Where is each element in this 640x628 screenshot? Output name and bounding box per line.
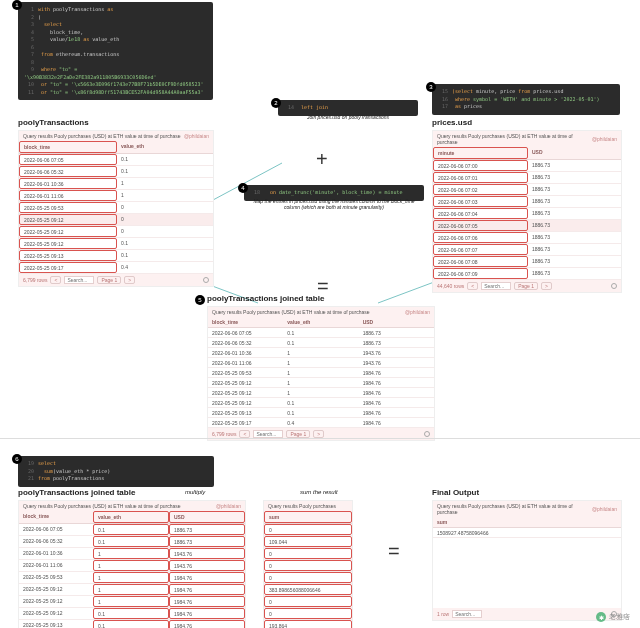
table-row: 2022-05-25 09:120.1	[19, 238, 213, 250]
table-row: 2022-06-01 11:0611943.76	[19, 560, 245, 572]
table-prices: Query results Pooly purchases (USD) at E…	[432, 130, 622, 293]
page-indicator[interactable]: Page 1	[286, 430, 310, 438]
table-row: 0	[264, 548, 352, 560]
title-pooly: poolyTransactions	[18, 118, 89, 127]
search-input[interactable]	[253, 430, 283, 438]
table-row: 2022-06-06 05:320.11886.73	[19, 536, 245, 548]
table-row: 2022-05-25 09:120.11984.76	[19, 608, 245, 620]
table-sum: Query results Pooly purchases sum 0109.0…	[263, 500, 353, 628]
table-row: 2022-05-25 09:1211984.76	[208, 378, 434, 388]
pager-prev-icon[interactable]: <	[239, 430, 250, 438]
table-row: 193.864	[264, 620, 352, 628]
step-badge-4: 4	[238, 183, 248, 193]
table-row: 2022-06-06 05:320.11886.73	[208, 338, 434, 348]
table-row: 2022-06-06 07:011886.73	[433, 172, 621, 184]
table-row: 2022-06-06 07:001886.73	[433, 160, 621, 172]
table-row: 2022-06-06 07:041886.73	[433, 208, 621, 220]
pager-next-icon[interactable]: >	[124, 276, 135, 284]
table-row: 2022-06-01 10:3611943.76	[208, 348, 434, 358]
table-row: 2022-06-06 07:021886.73	[433, 184, 621, 196]
table-row: 2022-05-25 09:530	[19, 202, 213, 214]
table-row: 0	[264, 596, 352, 608]
table-joined-2: Query results Pooly purchases (USD) at E…	[18, 500, 246, 628]
table-row: 2022-06-01 11:061	[19, 190, 213, 202]
step-badge-3: 3	[426, 82, 436, 92]
step-badge-2: 2	[271, 98, 281, 108]
table-row: 0	[264, 560, 352, 572]
table-row: 2022-05-25 09:130.11984.76	[208, 408, 434, 418]
options-icon[interactable]	[203, 277, 209, 283]
options-icon[interactable]	[611, 283, 617, 289]
table-row: 2022-06-06 05:320.1	[19, 166, 213, 178]
table-row: 2022-05-25 09:1211984.76	[19, 596, 245, 608]
code-block-6: 19select 20 sum(value_eth * price) 21fro…	[18, 456, 214, 487]
table-joined: Query results Pooly purchases (USD) at E…	[207, 306, 435, 441]
table-row: 2022-05-25 09:120.11984.76	[208, 398, 434, 408]
table-row: 2022-05-25 09:170.41984.76	[208, 418, 434, 428]
table-row: 2022-06-06 07:081886.73	[433, 256, 621, 268]
page-indicator[interactable]: Page 1	[97, 276, 121, 284]
table-pooly: Query results Pooly purchases (USD) at E…	[18, 130, 214, 287]
page-indicator[interactable]: Page 1	[514, 282, 538, 290]
options-icon[interactable]	[424, 431, 430, 437]
table-row: 2022-06-06 07:050.11886.73	[19, 524, 245, 536]
table-row: 2022-06-06 07:061886.73	[433, 232, 621, 244]
table-row: 2022-05-25 09:5311984.76	[19, 572, 245, 584]
table-row: 2022-06-06 07:050.11886.73	[208, 328, 434, 338]
title-final: Final Output	[432, 488, 479, 497]
table-row: 2022-06-01 10:361	[19, 178, 213, 190]
final-value: 1508927.48758096466	[433, 528, 621, 537]
table-final: Query results Pooly purchases (USD) at E…	[432, 500, 622, 621]
table-row: 0	[264, 608, 352, 620]
table-row: 2022-05-25 09:120	[19, 214, 213, 226]
pager-prev-icon[interactable]: <	[467, 282, 478, 290]
table-row: 2022-05-25 09:130.11984.76	[19, 620, 245, 628]
title-joined: poolyTransactions joined table	[207, 294, 324, 303]
table-row: 2022-05-25 09:130.1	[19, 250, 213, 262]
table-row: 0	[264, 524, 352, 536]
title-joined-2: poolyTransactions joined table	[18, 488, 135, 497]
code-block-1: 1with poolyTransactions as 2( 3 select 4…	[18, 2, 213, 100]
code-block-3: 15(select minute, price from prices.usd …	[432, 84, 620, 115]
table-row: 2022-05-25 09:1211984.76	[208, 388, 434, 398]
row-count: 6,799 rows	[23, 277, 47, 283]
table-row: 2022-05-25 09:5311984.76	[208, 368, 434, 378]
step-badge-1: 1	[12, 0, 22, 10]
table-row: 2022-05-25 09:120	[19, 226, 213, 238]
table-row: 109.044	[264, 536, 352, 548]
watermark: ✱ 老雅痞	[596, 612, 630, 622]
table-row: 2022-05-25 09:1211984.76	[19, 584, 245, 596]
table-row: 2022-06-06 07:031886.73	[433, 196, 621, 208]
wechat-icon: ✱	[596, 612, 606, 622]
equals-operator-2: =	[388, 540, 400, 563]
table-row: 2022-06-06 07:051886.73	[433, 220, 621, 232]
step-badge-5: 5	[195, 295, 205, 305]
pager-next-icon[interactable]: >	[541, 282, 552, 290]
plus-operator: +	[316, 148, 328, 171]
search-input[interactable]	[64, 276, 94, 284]
caption-4: Map the entries in prices.usd using the …	[246, 198, 422, 210]
title-prices: prices.usd	[432, 118, 472, 127]
label-multiply: multiply	[185, 489, 205, 495]
label-sum: sum the result	[300, 489, 338, 495]
pager-next-icon[interactable]: >	[313, 430, 324, 438]
table-row: 2022-05-25 09:170.4	[19, 262, 213, 274]
table-row: 383.898656088006646	[264, 584, 352, 596]
step-badge-6: 6	[12, 454, 22, 464]
search-input[interactable]	[452, 610, 482, 618]
table-row: 0	[264, 572, 352, 584]
table-row: 2022-06-01 10:3611943.76	[19, 548, 245, 560]
table-row: 2022-06-06 07:071886.73	[433, 244, 621, 256]
table-row: 2022-06-06 07:091886.73	[433, 268, 621, 280]
pager-prev-icon[interactable]: <	[50, 276, 61, 284]
search-input[interactable]	[481, 282, 511, 290]
table-row: 2022-06-01 11:0611943.76	[208, 358, 434, 368]
caption-2: Join prices.usd on poolyTransactions	[286, 114, 410, 120]
table-row: 2022-06-06 07:050.1	[19, 154, 213, 166]
